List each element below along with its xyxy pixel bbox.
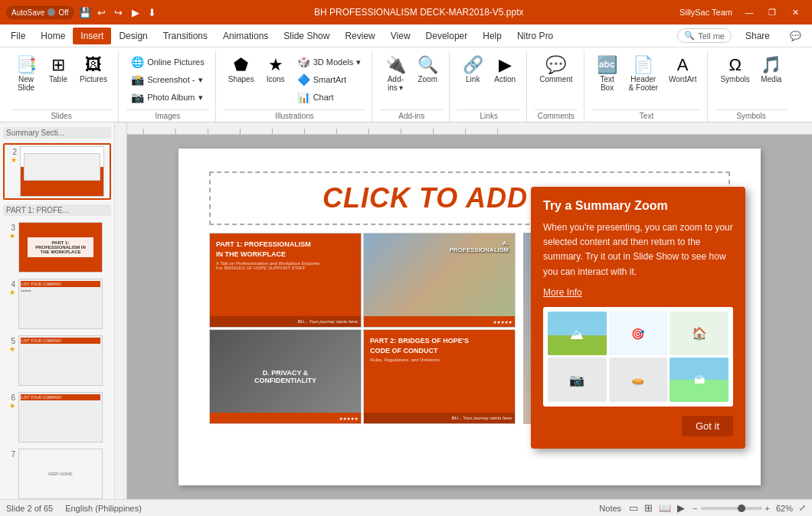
menu-nitro[interactable]: Nitro Pro bbox=[509, 28, 561, 44]
link-button[interactable]: 🔗 Link bbox=[457, 54, 488, 87]
slideshow-icon[interactable]: ▶ bbox=[676, 501, 686, 515]
online-pictures-icon: 🌐 bbox=[131, 56, 144, 68]
icons-button[interactable]: ★ Icons bbox=[260, 54, 291, 87]
tell-me-bar[interactable]: 🔍 Tell me bbox=[677, 28, 732, 43]
slide-preview-2 bbox=[20, 146, 104, 197]
addins-icon: 🔌 bbox=[385, 57, 406, 73]
ribbon-content: 📑 NewSlide ⊞ Table 🖼 Pictures Slides bbox=[0, 47, 812, 122]
zoom-icon: 🔍 bbox=[417, 57, 438, 73]
undo-icon[interactable]: ↩ bbox=[96, 6, 108, 18]
comment-button[interactable]: 💬 Comment bbox=[535, 54, 577, 87]
slide-thumb-5[interactable]: 5 ★ LIST YOUR COMPANY bbox=[3, 334, 111, 387]
links-group-label: Links bbox=[457, 109, 520, 122]
language-info: English (Philippines) bbox=[65, 504, 142, 513]
share-button[interactable]: Share bbox=[738, 28, 778, 44]
reading-view-icon[interactable]: 📖 bbox=[657, 501, 673, 515]
slide-thumb-7[interactable]: 7 ★ KEEP GOING bbox=[3, 447, 111, 499]
symbols-label: Symbols bbox=[720, 75, 749, 83]
zoom-slider[interactable]: − + bbox=[692, 504, 770, 513]
shapes-button[interactable]: ⬟ Shapes bbox=[224, 54, 259, 87]
slide-star-2: ★ bbox=[11, 156, 17, 164]
autosave-toggle[interactable]: AutoSave Off bbox=[6, 6, 74, 19]
chart-button[interactable]: 📊 Chart bbox=[293, 89, 366, 106]
table-button[interactable]: ⊞ Table bbox=[43, 54, 74, 87]
zoom-button[interactable]: 🔍 Zoom bbox=[412, 54, 443, 87]
slide-thumb-4[interactable]: 4 ★ LIST YOUR COMPANY content... bbox=[3, 277, 111, 331]
slide-sorter-icon[interactable]: ⊞ bbox=[643, 501, 654, 515]
smartart-icon: 🔷 bbox=[297, 73, 310, 86]
media-button[interactable]: 🎵 Media bbox=[756, 54, 787, 87]
slide-preview-7: KEEP GOING bbox=[18, 449, 103, 499]
present-icon[interactable]: ▶ bbox=[129, 6, 142, 18]
slide-thumb-6[interactable]: 6 ★ LIST YOUR COMPANY bbox=[3, 390, 111, 444]
view-icons: ▭ ⊞ 📖 ▶ bbox=[627, 501, 686, 515]
comment-label: Comment bbox=[539, 75, 572, 83]
menu-slideshow[interactable]: Slide Show bbox=[276, 28, 337, 44]
zoom-cell-3[interactable]: D. PRIVACY &CONFIDENTIALITY ★★★★★ bbox=[209, 329, 362, 424]
fit-window-icon[interactable]: ⤢ bbox=[799, 503, 806, 513]
restore-button[interactable]: ❐ bbox=[761, 5, 783, 20]
action-button[interactable]: ▶ Action bbox=[489, 54, 520, 87]
slide-canvas[interactable]: CLICK TO ADD TITLE PART 1: PROFESSIONALI… bbox=[178, 149, 761, 485]
menu-insert[interactable]: Insert bbox=[73, 28, 111, 44]
normal-view-icon[interactable]: ▭ bbox=[627, 501, 640, 515]
zoom-level[interactable]: 62% bbox=[776, 504, 793, 513]
minimize-button[interactable]: — bbox=[738, 5, 760, 20]
section-header-part1: PART 1: PROFE... bbox=[3, 204, 111, 216]
zoom-cell-1[interactable]: PART 1: PROFESSIONALISMIN THE WORKPLACE … bbox=[209, 233, 362, 328]
ruler-vertical bbox=[115, 122, 127, 499]
close-button[interactable]: ✕ bbox=[784, 5, 806, 20]
zoom-cell-2[interactable]: A.PROFESSIONALISM ★★★★★ bbox=[363, 233, 516, 328]
new-slide-button[interactable]: 📑 NewSlide bbox=[11, 54, 41, 95]
header-footer-button[interactable]: 📄 Header& Footer bbox=[624, 54, 663, 95]
ribbon-group-comments: 💬 Comment Comments bbox=[529, 51, 584, 122]
customize-icon[interactable]: ⬇ bbox=[146, 6, 159, 18]
new-slide-label: NewSlide bbox=[18, 75, 34, 92]
redo-icon[interactable]: ↪ bbox=[113, 6, 125, 18]
addins-group-items: 🔌 Add-ins ▾ 🔍 Zoom bbox=[380, 51, 443, 109]
slide-thumb-2[interactable]: 2 ★ bbox=[3, 143, 111, 200]
menu-animations[interactable]: Animations bbox=[215, 28, 276, 44]
header-footer-icon: 📄 bbox=[633, 57, 653, 73]
menu-home[interactable]: Home bbox=[33, 28, 73, 44]
wordart-button[interactable]: A WordArt bbox=[664, 54, 702, 87]
zoom-in-icon[interactable]: + bbox=[765, 504, 770, 513]
slide-thumb-3[interactable]: 3 ★ PART 1: PROFESSIONALISM IN THE WORKP… bbox=[3, 220, 111, 274]
action-label: Action bbox=[494, 75, 516, 83]
wordart-icon: A bbox=[677, 57, 689, 73]
addins-button[interactable]: 🔌 Add-ins ▾ bbox=[380, 54, 411, 95]
menu-help[interactable]: Help bbox=[475, 28, 509, 44]
3d-models-label: 3D Models bbox=[313, 57, 354, 67]
menu-file[interactable]: File bbox=[3, 28, 33, 44]
slider-thumb bbox=[738, 505, 745, 512]
menu-developer[interactable]: Developer bbox=[418, 28, 476, 44]
got-it-button[interactable]: Got it bbox=[682, 416, 733, 436]
slide-panel: Summary Secti... 2 ★ PART 1: PROFE... 3 … bbox=[0, 122, 115, 499]
photo-album-icon: 📷 bbox=[131, 91, 144, 103]
zoom-cell-4[interactable]: PART 2: BRIDGES OF HOPE'SCODE OF CONDUCT… bbox=[363, 329, 516, 424]
screenshot-icon: 📸 bbox=[131, 73, 144, 86]
textbox-button[interactable]: 🔤 TextBox bbox=[592, 54, 623, 95]
menu-design[interactable]: Design bbox=[111, 28, 155, 44]
menu-transitions[interactable]: Transitions bbox=[156, 28, 215, 44]
popup-more-info-link[interactable]: More Info bbox=[543, 287, 733, 298]
notes-button[interactable]: Notes bbox=[599, 504, 621, 513]
photo-album-button[interactable]: 📷 Photo Album ▾ bbox=[126, 89, 209, 106]
symbols-button[interactable]: Ω Symbols bbox=[715, 54, 754, 87]
screenshot-button[interactable]: 📸 Screenshot - ▾ bbox=[126, 71, 209, 88]
save-icon[interactable]: 💾 bbox=[79, 6, 91, 18]
menu-view[interactable]: View bbox=[383, 28, 418, 44]
zoom-out-icon[interactable]: − bbox=[692, 504, 697, 513]
pictures-button[interactable]: 🖼 Pictures bbox=[75, 54, 112, 87]
slider-track bbox=[701, 507, 762, 510]
shapes-label: Shapes bbox=[228, 75, 254, 83]
menu-review[interactable]: Review bbox=[337, 28, 382, 44]
title-bar: AutoSave Off 💾 ↩ ↪ ▶ ⬇ BH PROFESSIONALIS… bbox=[0, 0, 812, 24]
comments-button[interactable]: 💬 bbox=[782, 28, 809, 44]
photo-album-chevron: ▾ bbox=[198, 93, 203, 103]
images-col: 🌐 Online Pictures 📸 Screenshot - ▾ 📷 Pho… bbox=[126, 54, 209, 106]
title-bar-right: SillySac Team — ❐ ✕ bbox=[679, 5, 806, 20]
3d-models-button[interactable]: 🎲 3D Models ▾ bbox=[293, 54, 366, 70]
online-pictures-button[interactable]: 🌐 Online Pictures bbox=[126, 54, 209, 70]
smartart-button[interactable]: 🔷 SmartArt bbox=[293, 71, 366, 88]
